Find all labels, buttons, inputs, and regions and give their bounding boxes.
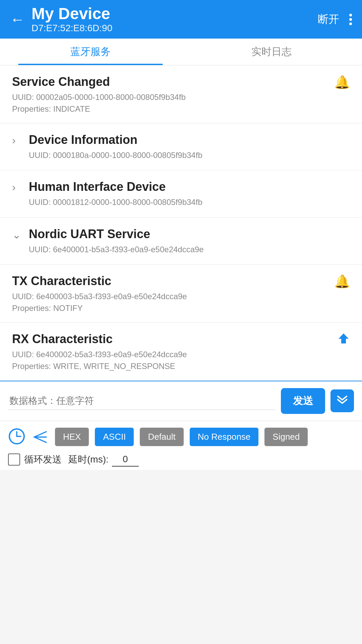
nordic-uart-name: Nordic UART Service	[29, 227, 204, 241]
hid-content: Human Interface Device UUID: 00001812-00…	[29, 180, 202, 208]
no-response-button[interactable]: No Response	[190, 428, 259, 446]
bottom-toolbar: HEX ASCII Default No Response Signed 循环发…	[0, 421, 362, 470]
send-history-button[interactable]	[32, 428, 49, 446]
nordic-uart-content: Nordic UART Service UUID: 6e400001-b5a3-…	[29, 227, 204, 255]
nordic-uart-chevron-icon: ⌄	[12, 228, 22, 241]
rx-char-header: RX Characteristic UUID: 6e400002-b5a3-f3…	[12, 332, 350, 371]
device-info-uuid: UUID: 0000180a-0000-1000-8000-00805f9b34…	[29, 150, 202, 161]
service-changed-name: Service Changed	[12, 75, 186, 89]
hex-button[interactable]: HEX	[55, 428, 89, 446]
dot1	[349, 14, 352, 16]
default-button[interactable]: Default	[140, 428, 183, 446]
toolbar-row2: 循环发送 延时(ms):	[8, 452, 354, 467]
hid-left: › Human Interface Device UUID: 00001812-…	[12, 180, 350, 208]
send-button[interactable]: 发送	[281, 388, 325, 414]
loop-send-container: 循环发送	[8, 453, 62, 466]
service-changed-header: Service Changed UUID: 00002a05-0000-1000…	[12, 75, 350, 114]
service-item-device-information[interactable]: › Device Information UUID: 0000180a-0000…	[0, 123, 362, 171]
service-item-nordic-uart[interactable]: ⌄ Nordic UART Service UUID: 6e400001-b5a…	[0, 218, 362, 265]
header-left: ← My Device D7:E7:52:E8:6D:90	[10, 5, 112, 34]
tx-char-name: TX Characteristic	[12, 274, 187, 288]
nordic-uart-uuid: UUID: 6e400001-b5a3-f393-e0a9-e50e24dcca…	[29, 244, 204, 255]
device-info-left: › Device Information UUID: 0000180a-0000…	[12, 133, 350, 161]
loop-send-label: 循环发送	[24, 453, 62, 466]
rx-char-content: RX Characteristic UUID: 6e400002-b5a3-f3…	[12, 332, 187, 371]
device-info-chevron-icon: ›	[12, 134, 22, 147]
nordic-uart-header: ⌄ Nordic UART Service UUID: 6e400001-b5a…	[12, 227, 350, 255]
dot3	[349, 22, 352, 25]
tab-bar: 蓝牙服务 实时日志	[0, 39, 362, 65]
expand-input-button[interactable]	[330, 389, 354, 412]
hid-uuid: UUID: 00001812-0000-1000-8000-00805f9b34…	[29, 197, 202, 208]
tx-char-content: TX Characteristic UUID: 6e400003-b5a3-f3…	[12, 274, 187, 313]
svg-line-4	[34, 432, 46, 437]
disconnect-button[interactable]: 断开	[318, 12, 339, 27]
toolbar-row1: HEX ASCII Default No Response Signed	[8, 428, 354, 446]
service-changed-left: Service Changed UUID: 00002a05-0000-1000…	[12, 75, 327, 114]
delay-label: 延时(ms):	[68, 453, 109, 466]
hid-header: › Human Interface Device UUID: 00001812-…	[12, 180, 350, 208]
rx-char-name: RX Characteristic	[12, 332, 187, 346]
char-item-tx: TX Characteristic UUID: 6e400003-b5a3-f3…	[0, 265, 362, 323]
tab-bluetooth-services[interactable]: 蓝牙服务	[0, 39, 181, 65]
hid-name: Human Interface Device	[29, 180, 202, 194]
service-changed-uuid: UUID: 00002a05-0000-1000-8000-00805f9b34…	[12, 92, 186, 103]
more-menu-button[interactable]	[349, 14, 352, 25]
nordic-uart-left: ⌄ Nordic UART Service UUID: 6e400001-b5a…	[12, 227, 350, 255]
rx-char-uuid: UUID: 6e400002-b5a3-f393-e0a9-e50e24dcca…	[12, 349, 187, 360]
service-changed-properties: Properties: INDICATE	[12, 104, 186, 114]
hid-chevron-icon: ›	[12, 181, 22, 194]
device-name: My Device	[32, 5, 112, 23]
svg-marker-0	[339, 333, 349, 343]
header-title-block: My Device D7:E7:52:E8:6D:90	[32, 5, 112, 34]
signed-button[interactable]: Signed	[264, 428, 308, 446]
device-info-header: › Device Information UUID: 0000180a-0000…	[12, 133, 350, 161]
history-button[interactable]	[8, 428, 25, 446]
service-changed-content: Service Changed UUID: 00002a05-0000-1000…	[12, 75, 186, 114]
device-info-name: Device Information	[29, 133, 202, 147]
rx-char-upload-icon[interactable]	[337, 332, 350, 348]
dot2	[349, 18, 352, 21]
tx-char-uuid: UUID: 6e400003-b5a3-f393-e0a9-e50e24dcca…	[12, 291, 187, 302]
app-header: ← My Device D7:E7:52:E8:6D:90 断开	[0, 0, 362, 39]
tx-char-properties: Properties: NOTIFY	[12, 304, 187, 313]
service-list: Service Changed UUID: 00002a05-0000-1000…	[0, 65, 362, 381]
service-changed-bell-icon[interactable]: 🔔	[334, 75, 350, 90]
tx-char-header: TX Characteristic UUID: 6e400003-b5a3-f3…	[12, 274, 350, 313]
ascii-button[interactable]: ASCII	[95, 428, 134, 446]
delay-input-field[interactable]	[112, 452, 139, 467]
tx-char-bell-icon[interactable]: 🔔	[334, 274, 350, 289]
input-area: 发送	[0, 381, 362, 421]
device-info-content: Device Information UUID: 0000180a-0000-1…	[29, 133, 202, 161]
data-input-field[interactable]	[8, 392, 276, 410]
char-item-rx: RX Characteristic UUID: 6e400002-b5a3-f3…	[0, 323, 362, 381]
header-right: 断开	[318, 12, 352, 27]
tab-realtime-log[interactable]: 实时日志	[181, 39, 362, 65]
back-button[interactable]: ←	[10, 11, 25, 28]
svg-line-5	[34, 437, 46, 442]
service-item-hid[interactable]: › Human Interface Device UUID: 00001812-…	[0, 170, 362, 218]
loop-send-checkbox[interactable]	[8, 453, 20, 466]
device-mac: D7:E7:52:E8:6D:90	[32, 23, 112, 34]
service-item-service-changed: Service Changed UUID: 00002a05-0000-1000…	[0, 65, 362, 123]
rx-char-properties: Properties: WRITE, WRITE_NO_RESPONSE	[12, 362, 187, 371]
